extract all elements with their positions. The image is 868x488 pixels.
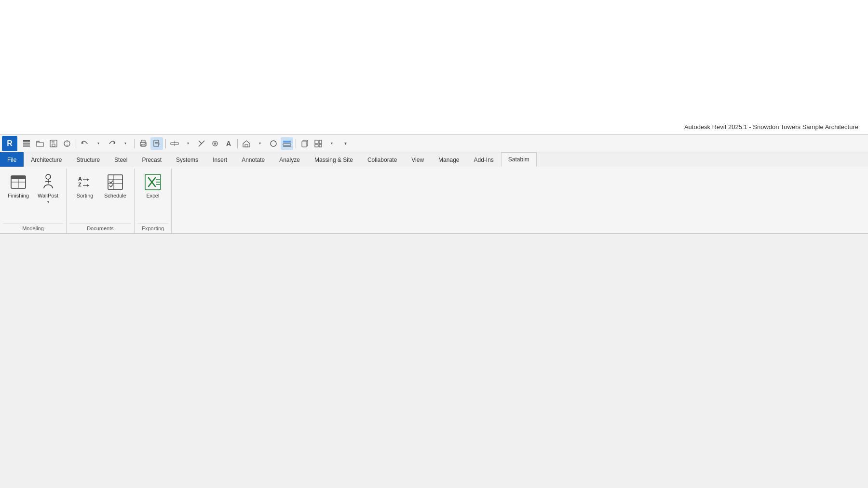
tile-btn[interactable] xyxy=(312,137,325,150)
svg-marker-9 xyxy=(81,142,84,144)
more-options-btn[interactable]: ▾ xyxy=(339,137,352,150)
separator-2 xyxy=(134,139,135,148)
excel-button[interactable]: Excel xyxy=(139,171,166,201)
svg-point-41 xyxy=(46,174,51,179)
sheets-btn[interactable] xyxy=(150,137,163,150)
svg-rect-32 xyxy=(302,141,307,147)
excel-label: Excel xyxy=(146,193,159,199)
undo-btn[interactable] xyxy=(79,137,91,150)
quick-access-toolbar: R ▾ ▾ ▾ A xyxy=(0,135,868,152)
project-browser-btn[interactable] xyxy=(20,137,33,150)
redo-btn[interactable] xyxy=(106,137,118,150)
svg-text:Z: Z xyxy=(78,182,81,187)
documents-buttons: A Z Sorting xyxy=(69,169,131,221)
circle-btn[interactable] xyxy=(267,137,280,150)
finishing-button[interactable]: Finishing xyxy=(5,171,32,201)
tab-annotate[interactable]: Annotate xyxy=(234,152,272,167)
svg-rect-6 xyxy=(52,140,54,143)
title-bar: Autodesk Revit 2025.1 - Snowdon Towers S… xyxy=(0,0,868,135)
tile-dropdown-btn[interactable]: ▾ xyxy=(326,137,338,150)
tab-insert[interactable]: Insert xyxy=(205,152,234,167)
exporting-label: Exporting xyxy=(137,223,168,233)
tab-architecture[interactable]: Architecture xyxy=(24,152,69,167)
tab-precast[interactable]: Precast xyxy=(135,152,169,167)
copy-btn[interactable] xyxy=(298,137,311,150)
ribbon-group-modeling: Finishing WallPost xyxy=(0,169,67,233)
align-dropdown-btn[interactable]: ▾ xyxy=(182,137,194,150)
svg-rect-33 xyxy=(315,140,318,144)
svg-rect-15 xyxy=(154,140,159,146)
svg-rect-16 xyxy=(155,142,158,143)
trim-btn[interactable] xyxy=(195,137,208,150)
tab-systems[interactable]: Systems xyxy=(169,152,205,167)
app-title: Autodesk Revit 2025.1 - Snowdon Towers S… xyxy=(684,123,858,131)
tab-file[interactable]: File xyxy=(0,152,24,167)
open-btn[interactable] xyxy=(34,137,46,150)
tab-structure[interactable]: Structure xyxy=(69,152,107,167)
finishing-label: Finishing xyxy=(8,193,29,199)
text-btn[interactable]: A xyxy=(222,137,235,150)
wallpost-icon xyxy=(39,172,58,192)
align-btn[interactable] xyxy=(168,137,181,150)
svg-line-22 xyxy=(199,141,202,144)
excel-icon xyxy=(143,172,163,192)
svg-rect-1 xyxy=(23,143,30,144)
tab-manage[interactable]: Manage xyxy=(431,152,466,167)
tab-view[interactable]: View xyxy=(404,152,431,167)
print-btn[interactable] xyxy=(137,137,149,150)
home-btn[interactable] xyxy=(240,137,253,150)
home-dropdown-btn[interactable]: ▾ xyxy=(254,137,266,150)
content-area xyxy=(0,234,868,488)
separator-5 xyxy=(296,139,296,148)
logo-label: R xyxy=(7,139,13,148)
finishing-icon xyxy=(9,172,28,192)
wallpost-dropdown[interactable]: ▾ xyxy=(42,199,54,205)
schedule-icon xyxy=(106,172,125,192)
schedule-button[interactable]: Schedule xyxy=(101,171,129,201)
svg-marker-10 xyxy=(113,142,115,144)
tab-analyze[interactable]: Analyze xyxy=(272,152,307,167)
documents-label: Documents xyxy=(69,223,131,233)
ribbon-panel: Finishing WallPost xyxy=(0,167,868,234)
save-btn[interactable] xyxy=(47,137,60,150)
revit-logo[interactable]: R xyxy=(2,136,17,151)
tab-addins[interactable]: Add-Ins xyxy=(466,152,501,167)
svg-text:A: A xyxy=(78,176,82,182)
offset-btn[interactable] xyxy=(209,137,221,150)
svg-rect-36 xyxy=(319,145,322,147)
wallpost-button[interactable]: WallPost ▾ xyxy=(35,171,61,205)
svg-rect-26 xyxy=(245,145,248,147)
svg-rect-0 xyxy=(23,140,30,142)
svg-rect-18 xyxy=(160,143,160,145)
sorting-label: Sorting xyxy=(77,193,94,199)
modeling-buttons: Finishing WallPost xyxy=(3,169,63,221)
sync-btn[interactable] xyxy=(61,137,73,150)
undo-dropdown-btn[interactable]: ▾ xyxy=(92,137,105,150)
ribbon-group-exporting: Excel Exporting xyxy=(135,169,172,233)
svg-rect-29 xyxy=(283,144,291,145)
svg-rect-38 xyxy=(11,176,26,179)
list-view-btn[interactable] xyxy=(281,137,293,150)
svg-rect-35 xyxy=(315,145,318,147)
tab-collaborate[interactable]: Collaborate xyxy=(360,152,404,167)
svg-rect-30 xyxy=(283,146,291,147)
tab-steel[interactable]: Steel xyxy=(107,152,135,167)
svg-rect-2 xyxy=(23,145,30,145)
ribbon-group-documents: A Z Sorting xyxy=(67,169,135,233)
svg-rect-17 xyxy=(155,144,158,144)
svg-marker-46 xyxy=(87,178,89,181)
separator-3 xyxy=(165,139,166,148)
svg-rect-28 xyxy=(283,141,291,143)
separator-1 xyxy=(76,139,76,148)
wallpost-main[interactable]: WallPost xyxy=(35,171,61,199)
schedule-label: Schedule xyxy=(104,193,126,199)
sorting-button[interactable]: A Z Sorting xyxy=(71,171,98,201)
svg-rect-4 xyxy=(37,141,39,142)
svg-rect-34 xyxy=(319,140,322,144)
svg-rect-3 xyxy=(23,146,30,147)
svg-point-14 xyxy=(145,143,146,144)
tab-satabim[interactable]: Satabim xyxy=(501,152,537,167)
redo-dropdown-btn[interactable]: ▾ xyxy=(119,137,132,150)
tab-massing[interactable]: Massing & Site xyxy=(307,152,360,167)
svg-rect-7 xyxy=(52,144,55,146)
